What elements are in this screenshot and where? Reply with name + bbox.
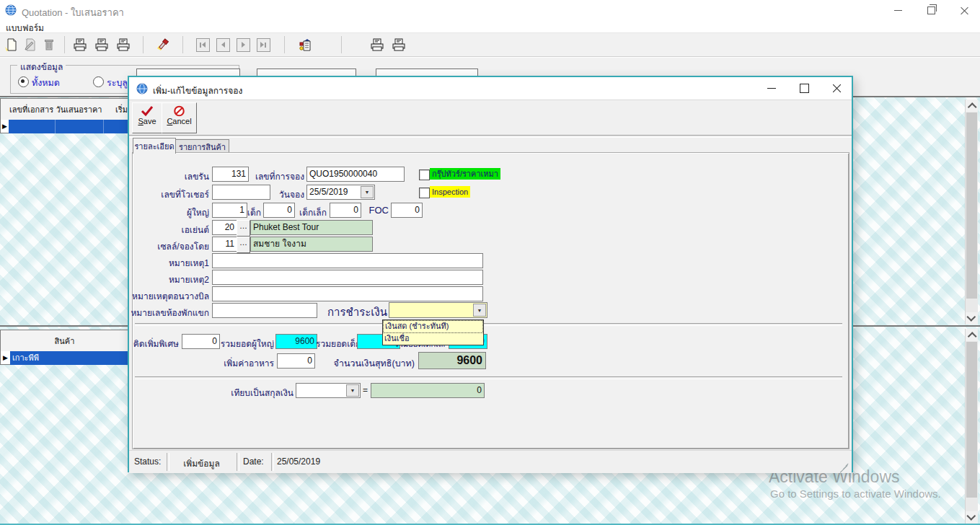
edit-button[interactable] xyxy=(21,35,40,55)
booking-no-label: เลขที่การจอง xyxy=(247,169,304,183)
date-label: Date: xyxy=(243,456,264,467)
seller-lookup-button[interactable]: … xyxy=(237,237,250,253)
scrollbar-down-button[interactable] xyxy=(966,511,978,524)
agent-lookup-button[interactable]: … xyxy=(237,220,250,237)
nav-last-button[interactable] xyxy=(254,35,273,55)
tab-products[interactable]: รายการสินค้า xyxy=(175,139,229,154)
payment-combo[interactable]: ▼ xyxy=(389,302,487,318)
quotes-col-header[interactable]: เลขที่เอกสาร xyxy=(8,98,56,120)
print-button-5[interactable] xyxy=(389,35,408,55)
dialog-minimize-button[interactable] xyxy=(761,79,782,97)
status-value: เพิ่มข้อมูล xyxy=(167,456,236,470)
booking-no-field[interactable]: QUO1950000040 xyxy=(306,167,405,182)
adult-field[interactable]: 1 xyxy=(212,203,247,218)
booking-date-combo[interactable]: 25/5/2019 ▼ xyxy=(306,185,375,200)
dialog-titlebar: เพิ่ม-แก้ไขข้อมูลการจอง xyxy=(129,77,852,100)
flashlight-icon xyxy=(156,38,170,52)
run-no-field[interactable]: 131 xyxy=(212,167,249,182)
nav-prev-button[interactable] xyxy=(213,35,232,55)
remark2-field[interactable] xyxy=(212,270,483,285)
row-pointer-icon: ▶ xyxy=(2,123,7,130)
dialog-close-button[interactable] xyxy=(826,79,847,97)
scrollbar-thumb[interactable] xyxy=(966,342,977,498)
dropdown-arrow-icon[interactable]: ▼ xyxy=(473,304,486,317)
remark1-field[interactable] xyxy=(212,253,483,268)
remark2-label: หมายเหตุ2 xyxy=(136,273,209,286)
dialog-statusbar: Status: เพิ่มข้อมูล Date: 25/05/2019 xyxy=(129,450,852,473)
radio-specify[interactable] xyxy=(93,76,104,87)
net-total-label: จำนวนเงินสุทธิ(บาท) xyxy=(330,356,415,371)
scrollbar-up-button[interactable] xyxy=(966,329,978,341)
cancel-button[interactable]: Cancel xyxy=(162,102,197,133)
dropdown-arrow-icon[interactable]: ▼ xyxy=(361,186,374,198)
group-tour-checkbox[interactable] xyxy=(419,169,430,180)
agent-code-field[interactable]: 20 xyxy=(212,220,237,235)
payment-dropdown-list: เงินสด (ชำระทันที) เงินเชื่อ xyxy=(382,319,484,345)
restore-button[interactable] xyxy=(920,1,942,19)
payment-option-cash[interactable]: เงินสด (ชำระทันที) xyxy=(383,320,483,333)
products-scrollbar[interactable] xyxy=(965,329,978,524)
radio-all[interactable] xyxy=(18,76,29,87)
products-col-header[interactable]: สินค้า xyxy=(9,330,120,352)
scrollbar-down-button[interactable] xyxy=(966,312,978,325)
report-icon xyxy=(299,38,313,52)
nav-first-button[interactable] xyxy=(193,35,212,55)
seller-code-field[interactable]: 11 xyxy=(212,237,237,252)
toolbar-separator xyxy=(341,36,342,53)
quotes-scrollbar[interactable] xyxy=(965,100,978,325)
maximize-icon xyxy=(800,84,809,93)
close-icon xyxy=(961,6,968,14)
resize-grip[interactable] xyxy=(839,460,849,470)
billing-remark-field[interactable] xyxy=(212,286,483,301)
adult-label: ผู้ใหญ่ xyxy=(158,206,209,219)
save-button[interactable]: Save xyxy=(132,102,162,133)
dialog-globe-icon xyxy=(136,83,148,94)
cancel-button-label: Cancel xyxy=(162,117,196,125)
app-window: Quotation - ใบเสนอราคา แบบฟอร์ม xyxy=(0,0,980,525)
foc-field[interactable]: 0 xyxy=(391,203,423,218)
delete-button[interactable] xyxy=(40,35,58,55)
nav-next-button[interactable] xyxy=(234,35,252,55)
payment-option-credit[interactable]: เงินเชื่อ xyxy=(383,333,483,345)
radio-all-label[interactable]: ทั้งหมด xyxy=(32,76,60,90)
restore-icon xyxy=(927,6,935,14)
child-field[interactable]: 0 xyxy=(263,203,295,218)
dropdown-arrow-icon[interactable]: ▼ xyxy=(346,384,359,397)
nav-prev-icon xyxy=(216,38,230,52)
food-charge-field[interactable]: 0 xyxy=(277,353,315,369)
print-button-2[interactable] xyxy=(92,35,111,55)
infant-field[interactable]: 0 xyxy=(330,203,361,218)
run-no-label: เลขรัน xyxy=(144,169,209,183)
window-title: Quotation - ใบเสนอราคา xyxy=(22,5,310,20)
print-button-4[interactable] xyxy=(368,35,387,55)
app-globe-icon xyxy=(5,4,17,16)
printer-icon xyxy=(115,38,131,52)
extra-charge-field[interactable]: 0 xyxy=(182,334,220,349)
chevron-up-icon xyxy=(968,102,977,112)
status-label: Status: xyxy=(134,456,161,467)
report-button[interactable] xyxy=(296,35,315,55)
remark1-label: หมายเหตุ1 xyxy=(136,256,209,270)
new-button[interactable] xyxy=(2,35,21,55)
tab-details[interactable]: รายละเอียด xyxy=(133,138,176,154)
minimize-button[interactable] xyxy=(887,1,909,19)
group-tour-label: กรุ๊ปทัวร์/ราคาเหมา xyxy=(430,168,500,180)
room-no-field[interactable] xyxy=(212,303,317,318)
booking-dialog: เพิ่ม-แก้ไขข้อมูลการจอง Save xyxy=(128,76,853,472)
print-button-3[interactable] xyxy=(114,35,133,55)
statusbar-divider xyxy=(237,453,239,471)
inspection-checkbox[interactable] xyxy=(419,188,430,198)
foc-label: FOC xyxy=(363,205,389,216)
close-button[interactable] xyxy=(953,1,975,19)
search-button[interactable] xyxy=(154,35,172,55)
quotes-col-header[interactable]: วันเสนอราคา xyxy=(55,98,104,120)
statusbar-divider xyxy=(271,453,274,471)
scrollbar-thumb[interactable] xyxy=(966,112,977,299)
currency-combo[interactable]: ▼ xyxy=(296,383,361,398)
dialog-maximize-button[interactable] xyxy=(793,79,815,97)
scrollbar-up-button[interactable] xyxy=(966,100,978,112)
payment-label: การชำระเงิน xyxy=(319,304,387,321)
activate-windows-watermark-line2: Go to Settings to activate Windows. xyxy=(770,488,941,500)
voucher-no-label: เลขที่โวเชอร์ xyxy=(136,188,209,201)
print-button-1[interactable] xyxy=(71,35,89,55)
